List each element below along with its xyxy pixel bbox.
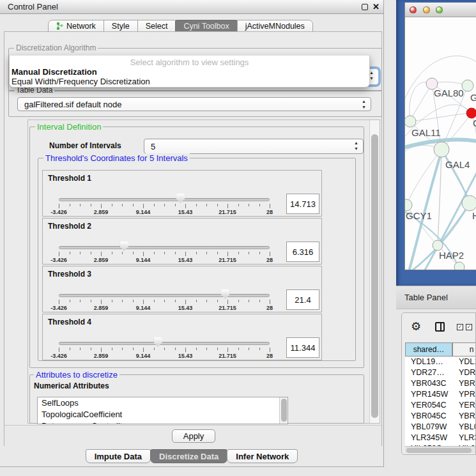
table-row[interactable]: YBL079WYBL0 [405, 422, 476, 433]
tab-select[interactable]: Select [137, 20, 176, 32]
tick-mark [143, 204, 144, 208]
table-row[interactable]: YDL19…YDL1 [405, 357, 476, 367]
table-data-combobox[interactable]: galFiltered.sif default node ▲▼ [17, 97, 371, 111]
slider-thumb[interactable] [120, 242, 128, 251]
threshold-value-field[interactable]: 6.316 [286, 242, 319, 262]
close-icon[interactable]: ✕ [372, 0, 380, 14]
tick-mark [164, 348, 165, 350]
table-row[interactable]: YBR045CYBR0 [405, 411, 476, 422]
dropdown-option-equal-width-frequency[interactable]: Equal Width/Frequency Discretization [12, 77, 150, 86]
cell-name: YBR0 [459, 378, 476, 389]
tick-mark [217, 348, 218, 350]
threshold-value-field[interactable]: 21.4 [286, 289, 319, 310]
tab-style[interactable]: Style [104, 20, 138, 32]
node-label: GCY1 [406, 210, 432, 221]
network-node-c[interactable] [466, 108, 476, 118]
network-edge [410, 84, 432, 121]
list-item[interactable]: SelfLoops [38, 397, 288, 409]
tick-mark [227, 300, 228, 304]
cell-name: YER0 [459, 400, 476, 411]
tab-label: Cyni Toolbox [183, 20, 229, 32]
slider-track[interactable] [59, 198, 270, 201]
tick-mark [143, 348, 144, 352]
cell-shared-name: YER054C [411, 400, 447, 411]
apply-row: Apply [4, 425, 381, 447]
threshold-value-field[interactable]: 11.344 [286, 337, 319, 358]
group-title: Attributes to discretize [34, 370, 119, 380]
table-row[interactable]: YLR345WYLR3 [405, 433, 476, 443]
tick-label: -3.426 [40, 305, 78, 311]
network-canvas[interactable]: GAL80GACGAL11GAL4GCY1HHAP2 [405, 17, 476, 270]
tick-mark [133, 252, 134, 254]
table-row[interactable]: YDR27…YDR2 [405, 367, 476, 378]
tick-mark [206, 348, 207, 350]
checkbox-icon[interactable]: ✓ [466, 324, 472, 330]
apply-button[interactable]: Apply [172, 429, 215, 443]
zoom-traffic-light[interactable] [436, 6, 443, 13]
network-node-ga[interactable] [462, 80, 473, 91]
table-row[interactable]: YER054CYER0 [405, 400, 476, 411]
network-node-gal11[interactable] [405, 116, 416, 127]
tab-cyni-toolbox[interactable]: Cyni Toolbox [175, 20, 237, 32]
tick-mark [122, 204, 123, 206]
tick-mark [91, 300, 91, 302]
slider-thumb[interactable] [176, 194, 185, 203]
horizontal-scrollbar[interactable] [405, 446, 476, 453]
slider-track[interactable] [59, 246, 270, 249]
checkbox-icon[interactable]: ✓ [457, 324, 463, 330]
threshold-value-field[interactable]: 14.713 [286, 194, 319, 214]
network-edge [406, 150, 441, 205]
column-header-n[interactable]: n [452, 342, 476, 357]
tick-mark [249, 348, 249, 350]
dropdown-option-manual-discretization[interactable]: Manual Discretization [12, 67, 97, 77]
network-node-gal4[interactable] [434, 142, 449, 157]
tab-network[interactable]: Network [48, 20, 104, 32]
tick-mark [196, 204, 197, 206]
column-header-shared[interactable]: shared… [405, 342, 452, 357]
list-item[interactable]: TopologicalCoefficient [38, 409, 288, 420]
vertical-scrollbar[interactable] [369, 120, 380, 423]
number-of-intervals-combobox[interactable]: 5 ▲▼ [144, 139, 364, 154]
scrollbar-thumb[interactable] [281, 399, 287, 422]
tab-discretize-data[interactable]: Discretize Data [150, 449, 227, 463]
network-node[interactable] [454, 262, 464, 270]
scrollbar-thumb[interactable] [406, 448, 472, 453]
tick-mark [122, 300, 123, 302]
tab-jactivemnodules[interactable]: jActiveMNodules [237, 20, 313, 32]
slider-thumb[interactable] [154, 337, 162, 347]
tick-mark [196, 300, 197, 302]
tick-label: 21.715 [208, 353, 247, 359]
control-panel-titlebar: Control Panel ✕ [0, 0, 383, 14]
gear-icon[interactable]: ⚙ [411, 319, 421, 334]
network-node-hap2[interactable] [433, 240, 443, 250]
tick-mark [238, 204, 239, 206]
split-columns-icon[interactable] [435, 322, 445, 332]
tab-infer-network[interactable]: Infer Network [227, 449, 298, 463]
tick-label: 2.859 [82, 257, 120, 263]
node-label: C [473, 118, 476, 128]
slider-thumb[interactable] [221, 289, 229, 299]
node-label: GA [470, 92, 476, 103]
tick-mark [143, 252, 144, 256]
table-rows[interactable]: YDL19…YDL1YDR27…YDR2YBR043CYBR0YPR145WYP… [405, 357, 476, 446]
network-node-h[interactable] [462, 196, 476, 211]
tick-mark [91, 252, 91, 254]
tick-mark [270, 252, 270, 256]
table-row[interactable]: YPR145WYPR1 [405, 389, 476, 400]
close-traffic-light[interactable] [410, 6, 417, 13]
table-data-value: galFiltered.sif default node [24, 98, 121, 112]
float-window-icon[interactable] [362, 4, 368, 10]
tab-impute-data[interactable]: Impute Data [86, 449, 151, 463]
list-item[interactable]: BetweennessCentrality [38, 420, 288, 424]
tick-label: -3.426 [40, 353, 78, 359]
numerical-attributes-list[interactable]: SelfLoopsTopologicalCoefficientBetweenne… [37, 397, 288, 424]
minimize-traffic-light[interactable] [423, 6, 430, 13]
group-title: Discretization Algorithm [14, 43, 98, 52]
table-row[interactable]: YBR043CYBR0 [405, 378, 476, 389]
slider-track[interactable] [59, 294, 270, 297]
tick-mark [70, 204, 70, 206]
scrollbar-thumb[interactable] [371, 134, 378, 418]
network-node-gcy1[interactable] [405, 199, 412, 211]
slider-track[interactable] [59, 342, 270, 345]
list-scrollbar[interactable] [279, 397, 288, 424]
